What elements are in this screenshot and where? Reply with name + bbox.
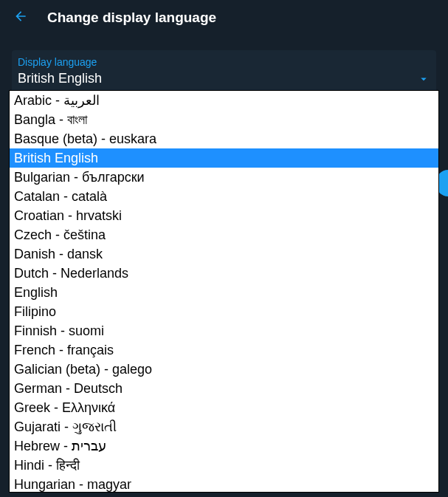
dropdown-option[interactable]: Gujarati - ગુજરાતી: [10, 417, 438, 436]
chevron-down-icon: [417, 72, 430, 86]
dropdown-options-list[interactable]: Arabic - العربيةBangla - বাংলাBasque (be…: [9, 90, 439, 493]
dropdown-option[interactable]: Croatian - hrvatski: [10, 206, 438, 225]
dropdown-option[interactable]: Danish - dansk: [10, 244, 438, 264]
dropdown-selected-value: British English: [18, 71, 102, 86]
dropdown-option[interactable]: Czech - čeština: [10, 225, 438, 244]
dropdown-option[interactable]: Filipino: [10, 302, 438, 321]
dropdown-option[interactable]: German - Deutsch: [10, 379, 438, 398]
dropdown-option[interactable]: English: [10, 283, 438, 302]
dropdown-option[interactable]: Arabic - العربية: [10, 91, 438, 110]
back-button[interactable]: [12, 9, 30, 27]
dropdown-label: Display language: [12, 50, 436, 68]
dropdown-option[interactable]: Bangla - বাংলা: [10, 110, 438, 129]
dropdown-option[interactable]: Hindi - हिन्दी: [10, 456, 438, 475]
dropdown-option[interactable]: Bulgarian - български: [10, 168, 438, 187]
arrow-left-icon: [13, 9, 28, 27]
language-dropdown: Display language British English: [12, 50, 436, 94]
dropdown-option[interactable]: Hungarian - magyar: [10, 475, 438, 493]
dropdown-option[interactable]: Greek - Ελληνικά: [10, 398, 438, 417]
dropdown-option[interactable]: Catalan - català: [10, 187, 438, 206]
dropdown-option[interactable]: Finnish - suomi: [10, 321, 438, 340]
dropdown-option[interactable]: Hebrew - עברית: [10, 436, 438, 456]
page-title: Change display language: [47, 10, 216, 26]
dropdown-option[interactable]: Basque (beta) - euskara: [10, 129, 438, 148]
dropdown-option[interactable]: Galician (beta) - galego: [10, 360, 438, 379]
dropdown-option[interactable]: French - français: [10, 340, 438, 360]
dropdown-option[interactable]: British English: [10, 148, 438, 168]
dropdown-option[interactable]: Dutch - Nederlands: [10, 264, 438, 283]
page-header: Change display language: [0, 0, 448, 35]
